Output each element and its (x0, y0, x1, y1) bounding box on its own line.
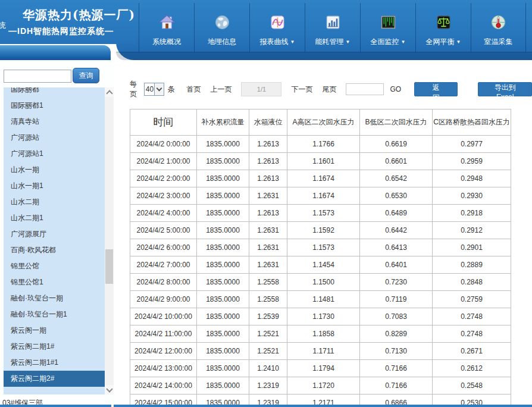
per-page-label: 每页 (130, 79, 141, 99)
sidebar-station-item[interactable]: 紫云阁二期1#1 (4, 355, 105, 371)
table-cell: 1.1481 (287, 291, 360, 308)
monitor-icon (380, 14, 396, 30)
scroll-down-icon[interactable] (105, 385, 114, 395)
nav-label: 系统概况 (152, 37, 181, 46)
sidebar-station-item[interactable]: 融创·玖玺台一期1 (4, 306, 105, 323)
nav-label: 全面监控 (371, 37, 399, 46)
chevron-down-icon: ▼ (290, 39, 295, 45)
table-cell: 2024/4/2 4:00:00 (130, 205, 197, 222)
station-sidebar: 查询 国际丽都国际丽都1清真寺站广河源站广河源站1山水一期山水一期1山水二期山水… (0, 60, 114, 407)
nav-energy-management[interactable]: 能耗管理▼ (305, 3, 360, 52)
goto-page-input[interactable] (346, 83, 384, 95)
top-nav-band: 系统概况 地理信息 报表曲线▼ (116, 0, 532, 60)
app-title-block: 华源热力(热源一厂) —IDH智能热网监控系统— (0, 0, 136, 44)
prev-page-link[interactable]: 上一页 (210, 84, 231, 95)
nav-full-monitoring[interactable]: 全面监控▼ (360, 3, 415, 52)
logo-fragment: 统 (0, 20, 6, 36)
table-cell: 0.2901 (433, 239, 511, 256)
sidebar-station-item[interactable]: 山水二期 (4, 194, 105, 210)
table-cell: 2024/4/2 14:00:00 (130, 377, 197, 395)
go-button[interactable]: GO (390, 85, 401, 93)
table-cell: 0.7166 (360, 360, 433, 377)
table-cell: 1.1592 (287, 222, 360, 239)
table-cell: 1.1730 (287, 308, 360, 325)
nav-network-balance[interactable]: 全网平衡▼ (415, 3, 471, 52)
back-button[interactable]: 返回 (414, 82, 458, 96)
sidebar-station-item[interactable]: 清真寺站 (4, 114, 105, 130)
sidebar-station-item[interactable]: 紫云阁二期1# (4, 339, 105, 355)
table-row: 2024/4/2 10:00:001835.00001.25391.17300.… (130, 308, 511, 325)
table-cell: 1.1766 (287, 136, 360, 153)
table-cell: 2024/4/2 9:00:00 (130, 291, 197, 308)
table-cell: 1835.0000 (197, 360, 249, 377)
table-cell: 1.2558 (249, 274, 287, 291)
nav-room-temperature[interactable]: 室温采集 (471, 3, 526, 52)
per-page-select[interactable]: 40 (144, 83, 164, 96)
nav-geographic-info[interactable]: 地理信息 (194, 3, 249, 52)
table-row: 2024/4/2 3:00:001835.00001.26311.16740.6… (130, 187, 511, 205)
table-cell: 2024/4/2 7:00:00 (130, 256, 197, 274)
thermometer-icon (490, 14, 506, 30)
table-cell: 0.8289 (360, 325, 433, 343)
table-cell: 1835.0000 (197, 205, 249, 222)
sidebar-station-item[interactable]: 山水二期1 (4, 210, 105, 226)
nav-system-overview[interactable]: 系统概况 (139, 3, 194, 52)
sidebar-station-item[interactable]: 广河源站 (4, 130, 105, 146)
table-cell: 0.7130 (360, 343, 433, 360)
sidebar-station-item[interactable]: 国际丽都 (4, 87, 105, 98)
search-button[interactable]: 查询 (73, 68, 99, 83)
sidebar-station-item[interactable]: 山水一期 (4, 162, 105, 178)
table-cell: 2024/4/2 2:00:00 (130, 170, 197, 187)
sidebar-station-item[interactable]: 紫云阁一期 (4, 323, 105, 339)
sidebar-station-item[interactable]: 广河源站1 (4, 146, 105, 162)
nav-label: 报表曲线 (260, 37, 289, 46)
sidebar-station-item[interactable]: 百商·欧风花都 (4, 242, 105, 258)
sidebar-station-item[interactable]: 融创·玖玺台一期 (4, 290, 105, 306)
table-cell: 1.2521 (249, 325, 287, 343)
table-cell: 1.2613 (249, 136, 287, 153)
sidebar-station-item[interactable]: 锦里公馆1 (4, 274, 105, 290)
table-cell: 1835.0000 (197, 343, 249, 360)
last-page-link[interactable]: 尾页 (322, 84, 336, 95)
nav-label: 能耗管理 (315, 37, 344, 46)
next-page-link[interactable]: 下一页 (291, 84, 312, 95)
sidebar-station-item[interactable]: 广河源展厅 (4, 226, 105, 242)
table-cell: 0.2948 (433, 170, 511, 187)
scroll-up-icon[interactable] (105, 87, 114, 97)
table-row: 2024/4/2 9:00:001835.00001.25581.14810.7… (130, 291, 511, 308)
first-page-link[interactable]: 首页 (186, 84, 201, 95)
export-excel-button[interactable]: 导出到Excel (478, 82, 532, 96)
bottom-border-bar (0, 405, 111, 407)
column-header: A高区二次回水压力 (287, 109, 360, 136)
scrollbar-thumb[interactable] (105, 249, 113, 284)
table-cell: 0.2848 (433, 274, 511, 291)
table-cell: 1835.0000 (197, 274, 249, 291)
main-content: 每页 40 条 首页 上一页 下一页 尾页 GO 返回 导出到Excel 时间补… (114, 60, 532, 407)
table-cell: 1835.0000 (197, 308, 249, 325)
nav-report-curve[interactable]: 报表曲线▼ (249, 3, 305, 52)
sidebar-station-item[interactable]: 国际丽都1 (4, 98, 105, 114)
nav-label: 地理信息 (208, 37, 236, 46)
table-cell: 1.2521 (249, 343, 287, 360)
table-cell: 2024/4/2 10:00:00 (130, 308, 197, 325)
table-cell: 1.1858 (287, 325, 360, 343)
table-cell: 1835.0000 (197, 256, 249, 274)
sidebar-scrollbar[interactable] (105, 87, 114, 395)
table-cell: 1.2613 (249, 153, 287, 170)
table-cell: 0.2612 (433, 360, 511, 377)
sidebar-station-item[interactable]: 紫云阁二期2# (4, 371, 105, 387)
table-row: 2024/4/2 5:00:001835.00001.26311.15920.6… (130, 222, 511, 239)
table-cell: 0.6601 (360, 153, 433, 170)
table-cell: 1.1601 (287, 153, 360, 170)
chevron-down-icon: ▼ (456, 39, 461, 45)
table-cell: 1.2631 (249, 256, 287, 274)
app-subtitle: —IDH智能热网监控系统— (0, 26, 136, 37)
sidebar-station-item[interactable]: 山水一期1 (4, 178, 105, 194)
sidebar-station-item[interactable]: 锦里公馆 (4, 258, 105, 274)
app-title: 华源热力(热源一厂) (0, 7, 136, 23)
nav-label: 全网平衡 (426, 37, 455, 46)
table-cell: 0.2889 (433, 256, 511, 274)
table-cell: 1.1500 (287, 274, 360, 291)
per-page-value: 40 (145, 85, 154, 93)
station-search-input[interactable] (4, 70, 71, 83)
